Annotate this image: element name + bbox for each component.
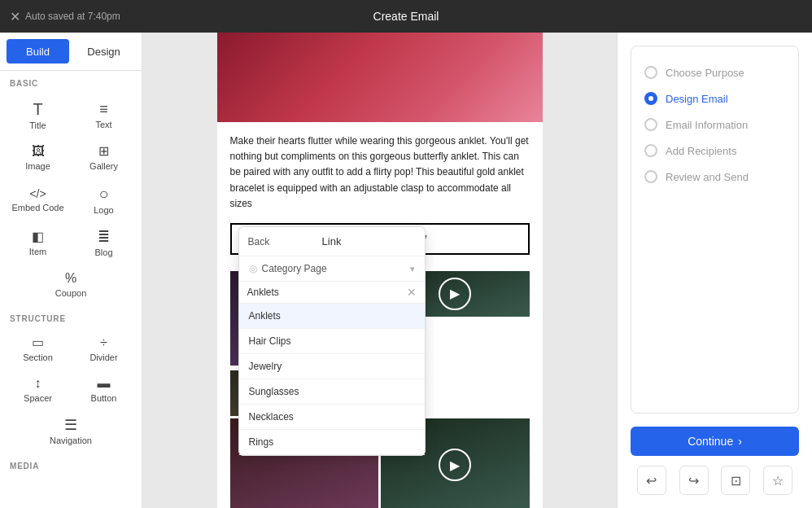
tool-item[interactable]: ◧ Item: [7, 223, 69, 262]
preview-button[interactable]: ⊡: [721, 466, 750, 495]
category-icon: ◎: [249, 263, 257, 274]
wizard-add-recipients: Add Recipients: [644, 138, 785, 164]
design-email-label: Design Email: [666, 93, 728, 105]
item-icon: ◧: [32, 230, 44, 243]
main-layout: Build Design BASIC T Title ≡ Text 🖼 Imag…: [0, 33, 812, 508]
tool-gallery[interactable]: ⊞ Gallery: [72, 138, 135, 176]
tool-coupon-label: Coupon: [55, 288, 87, 298]
list-item-rings[interactable]: Rings: [239, 430, 425, 455]
wizard-design-email: Design Email: [644, 85, 785, 112]
list-item-sunglasses[interactable]: Sunglasses: [239, 379, 425, 405]
add-recipients-radio[interactable]: [644, 144, 657, 157]
tool-embed-label: Embed Code: [11, 203, 63, 212]
gallery-icon: ⊞: [98, 145, 109, 158]
basic-tools-grid: T Title ≡ Text 🖼 Image ⊞ Gallery </>: [0, 91, 142, 306]
tool-embed-code[interactable]: </> Embed Code: [7, 179, 69, 220]
sidebar: Build Design BASIC T Title ≡ Text 🖼 Imag…: [0, 33, 142, 508]
tool-blog[interactable]: ≣ Blog: [72, 223, 135, 262]
tool-spacer-label: Spacer: [24, 393, 52, 403]
star-button[interactable]: ☆: [763, 466, 792, 495]
tool-divider[interactable]: ÷ Divider: [72, 330, 135, 367]
link-search-row: ✕: [239, 282, 425, 304]
media-section-label: MEDIA: [0, 453, 142, 474]
tool-logo[interactable]: ○ Logo: [72, 179, 135, 220]
tool-button[interactable]: ▬ Button: [72, 370, 135, 408]
coupon-icon: %: [65, 272, 76, 285]
category-chevron-icon: ▾: [410, 264, 415, 274]
spacer-icon: ↕: [35, 377, 41, 390]
top-bar: ✕ Auto saved at 7:40pm Create Email: [0, 0, 812, 33]
divider-icon: ÷: [100, 336, 107, 349]
wizard-choose-purpose: Choose Purpose: [644, 59, 785, 85]
continue-button[interactable]: Continue ›: [631, 427, 799, 456]
build-design-tabs: Build Design: [0, 33, 142, 71]
list-item-hair-clips[interactable]: Hair Clips: [239, 329, 425, 354]
tool-item-label: Item: [29, 247, 46, 256]
continue-label: Continue: [688, 435, 733, 448]
tool-logo-label: Logo: [94, 205, 113, 215]
tool-navigation[interactable]: ☰ Navigation: [39, 411, 103, 450]
clear-search-icon[interactable]: ✕: [407, 287, 417, 298]
email-info-label: Email Information: [666, 119, 748, 131]
top-bar-left: ✕ Auto saved at 7:40pm: [10, 9, 120, 24]
blog-icon: ≣: [98, 230, 110, 244]
tool-gallery-label: Gallery: [89, 161, 118, 171]
email-info-radio[interactable]: [644, 118, 657, 131]
add-recipients-label: Add Recipients: [666, 145, 736, 157]
hero-image: [217, 33, 543, 122]
structure-tools-grid: ▭ Section ÷ Divider ↕ Spacer ▬ Button ☰: [0, 326, 142, 453]
right-panel: Choose Purpose Design Email Email Inform…: [617, 33, 812, 508]
autosave-text: Auto saved at 7:40pm: [25, 11, 120, 22]
back-button[interactable]: Back: [248, 236, 270, 247]
build-tab[interactable]: Build: [7, 39, 69, 64]
list-item-anklets[interactable]: Anklets: [239, 304, 425, 329]
category-page-row[interactable]: ◎ Category Page ▾: [239, 256, 425, 282]
play-button-2[interactable]: ▶: [439, 278, 471, 310]
review-send-radio[interactable]: [644, 170, 657, 183]
canvas-area: Make their hearts flutter while wearing …: [142, 33, 617, 508]
title-icon: T: [33, 101, 42, 117]
tool-coupon[interactable]: % Coupon: [39, 265, 103, 303]
canvas-text: Make their hearts flutter while wearing …: [217, 122, 543, 223]
redo-button[interactable]: ↪: [679, 466, 709, 495]
logo-icon: ○: [98, 186, 108, 202]
choose-purpose-radio[interactable]: [644, 66, 657, 79]
basic-section: BASIC T Title ≡ Text 🖼 Image ⊞ Gallery: [0, 71, 142, 306]
close-icon[interactable]: ✕: [10, 9, 20, 24]
undo-button[interactable]: ↩: [637, 466, 666, 495]
basic-section-label: BASIC: [0, 71, 142, 91]
list-item-jewelry[interactable]: Jewelry: [239, 354, 425, 379]
design-email-radio[interactable]: [644, 92, 657, 105]
tool-divider-label: Divider: [89, 353, 117, 362]
section-icon: ▭: [32, 336, 44, 349]
navigation-icon: ☰: [64, 418, 77, 432]
tool-section[interactable]: ▭ Section: [7, 330, 69, 367]
media-section: MEDIA: [0, 453, 142, 474]
play-button-5[interactable]: ▶: [439, 449, 471, 481]
list-item-necklaces[interactable]: Necklaces: [239, 405, 425, 430]
action-icons-row: ↩ ↪ ⊡ ☆: [631, 466, 799, 495]
tool-image[interactable]: 🖼 Image: [7, 138, 69, 176]
tool-text[interactable]: ≡ Text: [72, 94, 135, 135]
link-search-input[interactable]: [247, 287, 402, 298]
image-icon: 🖼: [32, 145, 45, 158]
tool-spacer[interactable]: ↕ Spacer: [7, 370, 69, 408]
review-send-label: Review and Send: [666, 171, 749, 183]
page-title: Create Email: [373, 10, 439, 23]
text-icon: ≡: [99, 102, 108, 116]
link-popup-title: Link: [322, 235, 342, 247]
email-canvas: Make their hearts flutter while wearing …: [217, 33, 543, 508]
structure-section: STRUCTURE ▭ Section ÷ Divider ↕ Spacer ▬…: [0, 306, 142, 453]
structure-section-label: STRUCTURE: [0, 306, 142, 326]
embed-icon: </>: [29, 188, 46, 199]
tool-text-label: Text: [95, 120, 111, 129]
tool-blog-label: Blog: [94, 247, 112, 257]
tool-navigation-label: Navigation: [50, 436, 92, 445]
link-popup: Back Link ◎ Category Page ▾ ✕ Anklets Ha…: [238, 226, 426, 456]
tool-image-label: Image: [25, 161, 50, 171]
design-tab[interactable]: Design: [72, 39, 135, 64]
choose-purpose-label: Choose Purpose: [666, 67, 744, 79]
wizard-card: Choose Purpose Design Email Email Inform…: [631, 46, 799, 414]
tool-title-label: Title: [29, 120, 46, 130]
tool-title[interactable]: T Title: [7, 94, 69, 135]
